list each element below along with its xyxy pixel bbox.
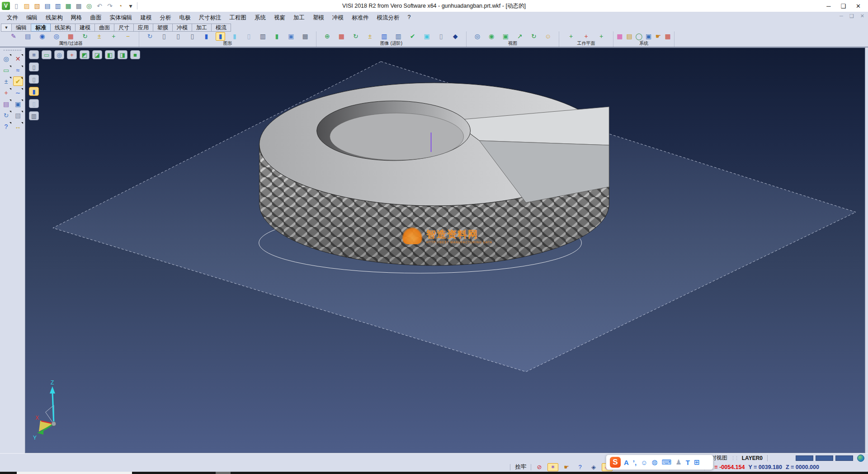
- new-file-icon[interactable]: ▯: [12, 1, 21, 10]
- zoom-dynamic-icon[interactable]: ◎: [54, 50, 64, 59]
- tab-die[interactable]: 冲模: [173, 24, 192, 32]
- ime-voice-icon[interactable]: ◍: [652, 458, 658, 466]
- save-icon[interactable]: ▤: [43, 1, 52, 10]
- capture-icon[interactable]: ◔: [116, 1, 125, 10]
- refresh-view-icon[interactable]: ↻: [351, 32, 360, 41]
- regen-solids-icon[interactable]: ↻: [145, 32, 155, 41]
- wcs-axes-icon[interactable]: +: [1, 88, 11, 97]
- settings-page-icon[interactable]: ▤: [625, 32, 634, 41]
- entity-info-icon[interactable]: ▤: [23, 32, 33, 41]
- solid-tools-icon[interactable]: ▩: [301, 32, 310, 41]
- menu-surface[interactable]: 曲面: [86, 12, 106, 24]
- ime-punct-icon[interactable]: ’,: [633, 459, 637, 466]
- menu-help[interactable]: ?: [404, 12, 415, 24]
- erase-edit-icon[interactable]: ✕: [13, 54, 23, 63]
- pan-icon[interactable]: ↗: [515, 32, 524, 41]
- striped-solid-alt-icon[interactable]: ▥: [394, 32, 403, 41]
- shield-icon[interactable]: ◆: [451, 32, 460, 41]
- rotate-view-icon[interactable]: ↻: [529, 32, 538, 41]
- snap-settings-icon[interactable]: ☛: [653, 32, 663, 41]
- refresh-filter-icon[interactable]: ↻: [80, 32, 90, 41]
- solid-copy-icon[interactable]: ▣: [286, 32, 296, 41]
- tab-modeling[interactable]: 建模: [75, 24, 95, 32]
- tab-wireframe[interactable]: 线架构: [51, 24, 75, 32]
- view-cube-top-icon[interactable]: ◩: [80, 50, 90, 59]
- sketch-curve-icon[interactable]: ≈: [13, 65, 23, 75]
- save-as-icon[interactable]: ▥: [53, 1, 62, 10]
- print-icon[interactable]: ▩: [74, 1, 83, 10]
- display-hidden-icon[interactable]: ▯: [29, 75, 39, 84]
- window-setup-icon[interactable]: ▣: [644, 32, 653, 41]
- add-view-icon[interactable]: ⊕: [322, 32, 332, 41]
- active-layer[interactable]: LAYER0: [740, 455, 764, 461]
- solid-new-icon[interactable]: ▮: [272, 32, 282, 41]
- close-button[interactable]: ✕: [856, 3, 861, 9]
- view-menu-icon[interactable]: ≡: [29, 50, 39, 59]
- dynamic-view-icon[interactable]: ◈: [588, 463, 599, 471]
- open-file-icon[interactable]: ▨: [22, 1, 31, 10]
- modify-attributes-icon[interactable]: ✎: [9, 32, 19, 41]
- wireframe-render-icon[interactable]: ▯: [159, 32, 169, 41]
- menu-machining[interactable]: 加工: [289, 12, 309, 24]
- magic-wand-icon[interactable]: ✶: [547, 463, 558, 471]
- show-entities-icon[interactable]: ◉: [38, 32, 47, 41]
- save-all-icon[interactable]: ▦: [64, 1, 73, 10]
- ime-english-icon[interactable]: A: [624, 459, 629, 466]
- system-config-icon[interactable]: ◯: [634, 32, 644, 41]
- display-shaded-icon[interactable]: ▮: [29, 87, 39, 96]
- copy-solid-icon[interactable]: ▣: [422, 32, 432, 41]
- more-commands-icon[interactable]: ▾: [126, 1, 135, 10]
- help-icon[interactable]: ?: [1, 122, 11, 131]
- validate-solid-icon[interactable]: ✔: [408, 32, 417, 41]
- sogou-logo-icon[interactable]: S: [610, 457, 621, 468]
- dashed-hidden-icon[interactable]: ▯: [188, 32, 197, 41]
- window-fit-icon[interactable]: ▭: [1, 65, 11, 75]
- tab-dimension[interactable]: 尺寸: [114, 24, 134, 32]
- measure-icon[interactable]: ↔: [13, 122, 23, 131]
- hide-entities-icon[interactable]: ◎: [52, 32, 61, 41]
- flat-render-icon[interactable]: ▯: [244, 32, 254, 41]
- menu-drawing[interactable]: 工程图: [226, 12, 251, 24]
- menu-window[interactable]: 视窗: [270, 12, 289, 24]
- tab-edit[interactable]: 编辑: [12, 24, 31, 32]
- display-wireframe-icon[interactable]: ▯: [29, 62, 39, 71]
- mdi-close-button[interactable]: ✕: [860, 13, 864, 19]
- filter-traffic-light-icon[interactable]: ▦: [66, 32, 75, 41]
- striped-solid-icon[interactable]: ▥: [379, 32, 389, 41]
- menu-electrode[interactable]: 电极: [175, 12, 195, 24]
- menu-edit[interactable]: 编辑: [22, 12, 42, 24]
- attribute-library-icon[interactable]: ▤: [1, 99, 11, 109]
- menu-solid-edit[interactable]: 实体编辑: [106, 12, 137, 24]
- show-all-icon[interactable]: +: [109, 32, 118, 41]
- menu-standard-parts[interactable]: 标准件: [348, 12, 373, 24]
- menu-analysis[interactable]: 分析: [156, 12, 175, 24]
- minimize-button[interactable]: ─: [826, 3, 830, 9]
- menu-mould[interactable]: 塑模: [309, 12, 328, 24]
- view-manager-icon[interactable]: ▦: [337, 32, 346, 41]
- tab-machining[interactable]: 加工: [192, 24, 212, 32]
- view-cube-bottom-icon[interactable]: ◪: [92, 50, 102, 59]
- layer-window-icon[interactable]: ▣: [13, 99, 23, 109]
- menu-die[interactable]: 冲模: [328, 12, 348, 24]
- zoom-extents-icon[interactable]: ◎: [472, 32, 482, 41]
- 3d-viewport[interactable]: Z X Y ≡▭◎+◩◪◧◨■ ▯▯▮▯▥ 智造资料网 HTTP://BEST …: [25, 47, 865, 453]
- view-plusminus-icon[interactable]: ±: [365, 32, 375, 41]
- workplane-world-icon[interactable]: +: [566, 32, 576, 41]
- view-cube-iso-icon[interactable]: ■: [130, 50, 140, 59]
- selection-options-icon[interactable]: ◎: [1, 54, 11, 63]
- undo-icon[interactable]: ↶: [95, 1, 104, 10]
- snap-lock-toggle[interactable]: 拴牢: [513, 463, 528, 471]
- transparent-render-icon[interactable]: ▮: [230, 32, 240, 41]
- menu-system[interactable]: 系统: [250, 12, 270, 24]
- zoom-options-icon[interactable]: ±: [1, 76, 11, 86]
- menu-file[interactable]: 文件: [3, 12, 22, 24]
- maximize-button[interactable]: ❑: [840, 3, 846, 9]
- tab-mould[interactable]: 塑膜: [153, 24, 173, 32]
- mdi-restore-button[interactable]: ❑: [849, 13, 854, 19]
- ime-skin-icon[interactable]: ♟: [675, 458, 681, 466]
- tab-apply[interactable]: 应用: [134, 24, 153, 32]
- redo-icon[interactable]: ↷: [105, 1, 114, 10]
- tab-flow[interactable]: 模流: [212, 24, 231, 32]
- ime-shirt-icon[interactable]: T: [686, 459, 690, 466]
- preview-icon[interactable]: ◎: [85, 1, 94, 10]
